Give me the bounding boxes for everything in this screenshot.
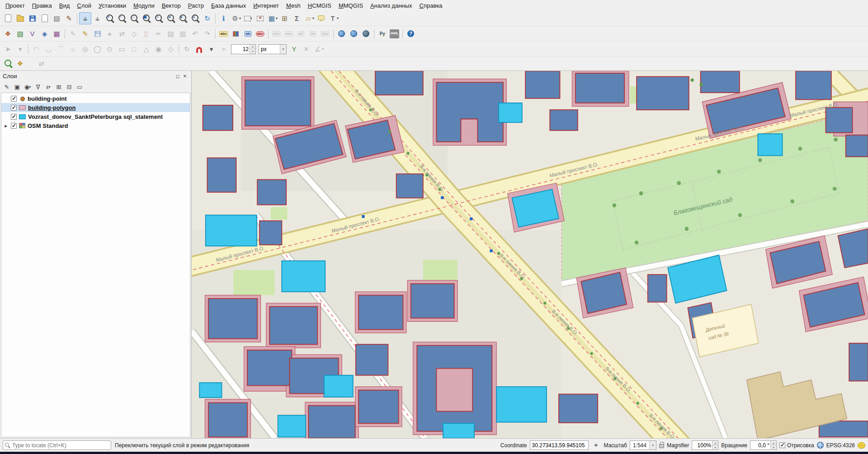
spin-arrows-icon[interactable]: ▴▾ — [770, 441, 776, 449]
zoom-next-button[interactable]: ▸ — [177, 12, 189, 24]
layout-manager-button[interactable]: ▤ — [51, 12, 63, 24]
circle-2-points-button[interactable]: ○ — [67, 43, 79, 55]
snapping-toggle-button[interactable] — [193, 43, 205, 55]
collapse-all-button[interactable]: ⊟ — [64, 82, 74, 92]
layer-diagram-options-button[interactable] — [230, 28, 242, 40]
new-print-layout-button[interactable] — [38, 12, 51, 24]
run-feature-action-button[interactable]: ⚙▾ — [230, 12, 242, 24]
python-console-button[interactable]: Py — [376, 28, 388, 40]
open-project-button[interactable] — [14, 12, 26, 24]
toggle-editing-button[interactable]: ✎ — [79, 28, 91, 40]
new-text-annotation-button[interactable]: T▾ — [327, 12, 340, 24]
map-tips-button[interactable] — [315, 12, 327, 24]
cut-features-button[interactable]: ✂ — [152, 28, 165, 40]
field-calculator-button[interactable]: ⊞ — [278, 12, 291, 24]
offset-value-spinbox[interactable]: ▴▾ — [231, 44, 256, 54]
crs-label[interactable]: EPSG:4326 — [826, 442, 855, 449]
new-project-button[interactable] — [2, 12, 14, 24]
circle-by-center-button[interactable]: ◯ — [91, 43, 104, 55]
rotation-input[interactable] — [750, 441, 770, 449]
circular-string-by-radius-button[interactable]: ◡ — [42, 43, 55, 55]
ghsl-tools-button[interactable]: GHSL — [388, 28, 401, 40]
zoom-native-button[interactable]: 1 — [189, 12, 201, 24]
expand-all-button[interactable]: ⊞ — [54, 82, 64, 92]
menu-project[interactable]: Проект — [2, 1, 28, 10]
layer-labeling-options-button[interactable]: abc — [217, 28, 230, 40]
pan-map-button[interactable] — [79, 12, 91, 24]
layer-checkbox-osm-standard[interactable] — [11, 123, 17, 129]
undo-button[interactable]: ↶ — [189, 28, 201, 40]
zoom-out-button[interactable]: − — [116, 12, 128, 24]
vertex-tool-button[interactable]: ◇ — [128, 28, 140, 40]
spin-arrows-icon[interactable]: ▴▾ — [712, 441, 718, 449]
filter-legend-button[interactable]: ∇ — [33, 82, 43, 92]
layer-row-building-polygon[interactable]: building-polygon — [1, 103, 190, 112]
change-label-button[interactable]: abc — [319, 28, 331, 40]
layer-checkbox-vozrast-domov[interactable] — [11, 114, 17, 120]
map-canvas[interactable]: Малый проспект В.О.Малый проспект В.О.Ма… — [192, 71, 868, 438]
new-virtual-layer-button[interactable]: ▦ — [51, 28, 63, 40]
rectangle-3-points-button[interactable]: □ — [128, 43, 140, 55]
lock-icon[interactable] — [659, 444, 664, 448]
fill-ring-button[interactable]: ◉ — [152, 43, 165, 55]
save-project-button[interactable] — [26, 12, 38, 24]
copy-features-button[interactable]: ▤ — [165, 28, 177, 40]
refresh-map-button[interactable]: ↻ — [201, 12, 213, 24]
circle-3-points-button[interactable]: ◎ — [79, 43, 91, 55]
snapping-options-button[interactable]: ▾ — [205, 43, 217, 55]
offset-value-input[interactable] — [231, 45, 250, 54]
rotate-feature-button[interactable]: ↻ — [181, 43, 193, 55]
open-attribute-table-button[interactable]: ▦▾ — [266, 12, 278, 24]
fill-annulus-button[interactable]: ◇ — [165, 43, 177, 55]
pin-unpin-labels-button[interactable]: abc — [270, 28, 283, 40]
curve-by-arc-button[interactable]: ⌒ — [55, 43, 67, 55]
remove-tracing-button[interactable]: ✕ — [300, 43, 312, 55]
menu-mmqgis[interactable]: MMQGIS — [335, 1, 367, 10]
rectangle-2-points-button[interactable]: ▭ — [116, 43, 128, 55]
locate-box[interactable] — [3, 440, 111, 450]
deselect-features-button[interactable]: ✕ — [254, 12, 266, 24]
unplaced-labels-button[interactable]: abc — [254, 28, 266, 40]
messages-icon[interactable]: ⋯ — [858, 442, 865, 449]
pan-to-selection-button[interactable] — [91, 12, 104, 24]
tracing-offset-button[interactable]: ≈ — [217, 43, 230, 55]
menu-edit[interactable]: Правка — [28, 1, 56, 10]
add-feature-button[interactable]: ● — [104, 28, 116, 40]
save-layer-edits-button[interactable] — [91, 28, 104, 40]
add-group-button[interactable]: ▣ — [12, 82, 22, 92]
current-edits-button[interactable]: ✎ — [67, 28, 79, 40]
zoom-last-button[interactable]: ◂ — [165, 12, 177, 24]
rotation-spin[interactable]: ▴▾ — [750, 440, 777, 450]
zoom-to-layer-button[interactable]: ≡ — [152, 12, 165, 24]
move-item-button[interactable]: ⇄ — [35, 57, 47, 70]
pinned-labels-highlight-button[interactable]: ab — [242, 28, 254, 40]
enable-tracing-button[interactable]: Y — [288, 43, 300, 55]
new-shapefile-layer-button[interactable]: V — [26, 28, 38, 40]
layer-row-osm-standard[interactable]: ▸OSM Standard — [1, 121, 190, 130]
spin-arrows-icon[interactable]: ▴▾ — [250, 45, 255, 54]
layer-checkbox-building-polygon[interactable] — [11, 105, 17, 111]
metasearch-button[interactable] — [335, 28, 348, 40]
menu-mesh[interactable]: Mesh — [283, 1, 304, 10]
menu-layer[interactable]: Слой — [73, 1, 95, 10]
menu-help[interactable]: Справка — [416, 1, 446, 10]
statistical-summary-button[interactable]: Σ — [291, 12, 303, 24]
zoom-in-button[interactable]: + — [104, 12, 116, 24]
advanced-select-button[interactable]: ➤ — [2, 43, 14, 55]
menu-plugins[interactable]: Модули — [130, 1, 158, 10]
zoom-to-selection-button[interactable]: ▣ — [140, 12, 152, 24]
globe-icon[interactable] — [817, 442, 824, 449]
ellipse-button[interactable]: ⊙ — [104, 43, 116, 55]
menu-database[interactable]: База данных — [208, 1, 250, 10]
add-wms-service-button[interactable] — [348, 28, 360, 40]
coordinate-input[interactable] — [530, 440, 589, 450]
manage-map-themes-button[interactable]: ◉▾ — [23, 82, 33, 92]
open-data-source-manager-button[interactable]: ❖ — [2, 28, 14, 40]
menu-settings[interactable]: Установки — [95, 1, 130, 10]
panel-close-button[interactable]: ✕ — [181, 72, 189, 80]
panel-float-button[interactable]: ◻ — [174, 72, 181, 80]
web-catalog-button[interactable] — [360, 28, 372, 40]
construction-angle-button[interactable]: ∠▾ — [312, 43, 325, 55]
extents-toggle-button[interactable]: ⌖ — [591, 440, 601, 450]
rotate-label-button[interactable]: ab — [307, 28, 319, 40]
